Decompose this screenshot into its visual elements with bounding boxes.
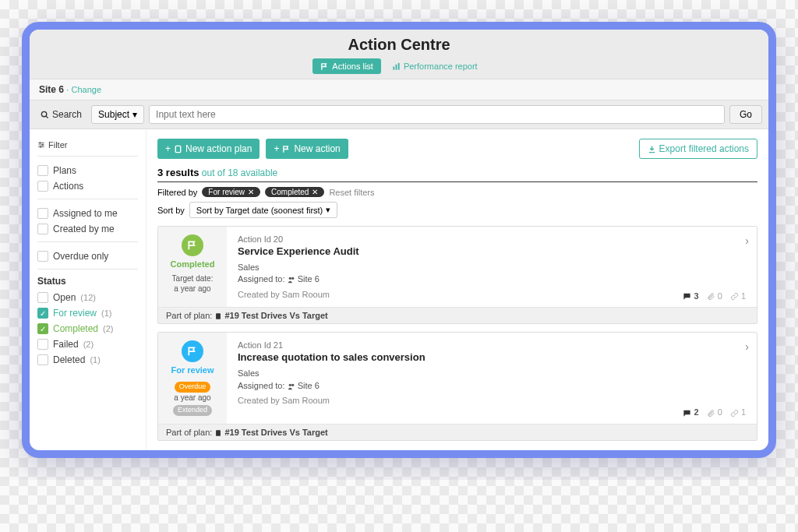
- flag-icon: [320, 62, 329, 71]
- site-name: Site 6: [39, 84, 64, 95]
- status-deleted[interactable]: Deleted (1): [37, 352, 138, 368]
- card-plan-footer: Part of plan: #19 Test Drives Vs Target: [158, 424, 757, 440]
- chart-icon: [392, 62, 401, 71]
- tab-performance-report[interactable]: Performance report: [384, 58, 486, 74]
- status-completed[interactable]: ✓Completed (2): [37, 321, 138, 336]
- action-id: Action Id 21: [238, 340, 747, 350]
- subject-dropdown[interactable]: Subject ▾: [91, 105, 144, 124]
- svg-point-9: [42, 144, 44, 146]
- overdue-pill: Overdue: [175, 382, 211, 393]
- svg-rect-0: [393, 66, 394, 69]
- paperclip-icon: [707, 409, 715, 417]
- card-info: Action Id 20 Service Experience Audit Sa…: [238, 234, 747, 301]
- status-badge-icon: [182, 234, 203, 256]
- filter-assigned-to-me[interactable]: Assigned to me: [37, 206, 138, 221]
- site-bar: Site 6 · Change: [30, 79, 768, 100]
- clipboard-icon: [214, 312, 222, 320]
- search-label: Search: [36, 105, 87, 124]
- svg-point-15: [288, 383, 291, 386]
- search-icon: [41, 111, 49, 119]
- change-site-link[interactable]: · Change: [66, 85, 101, 94]
- link-icon: [730, 409, 739, 417]
- paperclip-icon: [707, 292, 715, 301]
- plus-icon: +: [274, 143, 279, 154]
- card-stats: 2 0 1: [683, 407, 746, 417]
- clipboard-icon: [174, 145, 182, 153]
- filter-overdue-only[interactable]: Overdue only: [37, 248, 138, 264]
- search-bar: Search Subject ▾ Go: [30, 100, 768, 129]
- status-column: Completed Target date: a year ago: [158, 227, 227, 307]
- svg-rect-14: [216, 314, 221, 320]
- close-icon: ✕: [312, 188, 318, 196]
- chevron-right-icon[interactable]: ›: [745, 340, 749, 353]
- sort-dropdown[interactable]: Sort by Target date (soonest first) ▾: [189, 202, 337, 218]
- close-icon: ✕: [248, 188, 254, 196]
- users-icon: [288, 382, 295, 390]
- svg-point-10: [40, 146, 41, 148]
- link-icon: [730, 292, 739, 301]
- new-action-plan-button[interactable]: + New action plan: [157, 139, 260, 159]
- filter-plans[interactable]: Plans: [37, 163, 138, 178]
- action-card[interactable]: Completed Target date: a year ago Action…: [157, 226, 757, 324]
- svg-rect-11: [175, 146, 180, 152]
- extended-pill: Extended: [173, 405, 212, 416]
- comment-icon: [683, 292, 691, 301]
- header: Action Centre Actions list Performance r…: [30, 30, 768, 79]
- status-column: For review Overdue a year ago Extended: [158, 333, 227, 423]
- svg-point-3: [41, 111, 46, 116]
- status-failed[interactable]: Failed (2): [37, 336, 138, 352]
- filter-heading: Filter: [37, 140, 138, 150]
- svg-point-12: [288, 277, 291, 280]
- export-button[interactable]: Export filtered actions: [639, 139, 757, 159]
- app-frame: Action Centre Actions list Performance r…: [22, 22, 776, 458]
- svg-point-13: [291, 277, 294, 280]
- svg-rect-1: [395, 64, 397, 69]
- card-stats: 3 0 1: [683, 291, 746, 301]
- plus-icon: +: [165, 143, 171, 154]
- clipboard-icon: [214, 429, 222, 437]
- reset-filters-link[interactable]: Reset filters: [329, 188, 374, 197]
- results-count: 3 results out of 18 available: [157, 167, 757, 182]
- search-input[interactable]: [149, 105, 725, 124]
- page-title: Action Centre: [30, 36, 768, 54]
- svg-line-4: [46, 115, 48, 118]
- action-title: Increase quotation to sales conversion: [238, 351, 747, 363]
- caret-down-icon: ▾: [326, 205, 330, 215]
- chevron-right-icon[interactable]: ›: [745, 234, 749, 247]
- card-info: Action Id 21 Increase quotation to sales…: [238, 340, 747, 417]
- filtered-by-row: Filtered by For review✕ Completed✕ Reset…: [157, 187, 757, 197]
- action-card[interactable]: For review Overdue a year ago Extended A…: [157, 332, 757, 440]
- svg-point-8: [40, 143, 41, 144]
- status-badge-icon: [182, 340, 203, 362]
- card-plan-footer: Part of plan: #19 Test Drives Vs Target: [158, 307, 757, 323]
- content: + New action plan + New action Export fi…: [147, 129, 768, 450]
- flag-icon: [282, 145, 291, 153]
- caret-down-icon: ▾: [132, 109, 137, 120]
- comment-icon: [683, 409, 691, 417]
- action-title: Service Experience Audit: [238, 245, 747, 257]
- sidebar: Filter Plans Actions Assigned to me Crea…: [30, 129, 147, 450]
- sliders-icon: [37, 141, 45, 149]
- download-icon: [648, 145, 656, 153]
- svg-point-16: [291, 383, 294, 386]
- chip-for-review[interactable]: For review✕: [202, 187, 260, 197]
- sort-row: Sort by Sort by Target date (soonest fir…: [157, 202, 757, 218]
- users-icon: [288, 276, 295, 284]
- go-button[interactable]: Go: [729, 105, 762, 124]
- tab-actions-list[interactable]: Actions list: [312, 58, 381, 74]
- chip-completed[interactable]: Completed✕: [265, 187, 324, 197]
- status-for-review[interactable]: ✓For review (1): [37, 305, 138, 321]
- svg-rect-2: [398, 62, 400, 69]
- new-action-button[interactable]: + New action: [266, 139, 348, 159]
- filter-created-by-me[interactable]: Created by me: [37, 221, 138, 237]
- filter-actions[interactable]: Actions: [37, 178, 138, 194]
- svg-rect-17: [216, 430, 221, 436]
- status-open[interactable]: Open (12): [37, 290, 138, 305]
- action-id: Action Id 20: [238, 234, 747, 244]
- status-heading: Status: [37, 276, 138, 287]
